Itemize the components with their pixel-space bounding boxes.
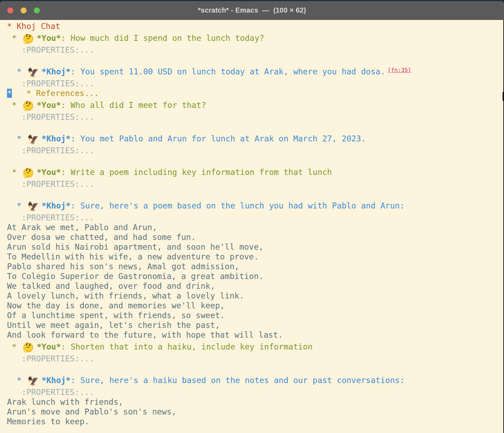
body-text-line: To Colegio Superior de Gastronomia, a gr… bbox=[7, 271, 503, 281]
indent bbox=[7, 146, 22, 155]
speaker-label-you: *You* bbox=[37, 34, 61, 43]
indent bbox=[7, 112, 22, 122]
properties-drawer[interactable]: :PROPERTIES:... bbox=[22, 213, 94, 222]
khoj-message-line: * 🦅*Khoj*: You met Pablo and Arun for lu… bbox=[7, 132, 503, 146]
you-message-line: * 🤔*You*: Who all did I meet for that? bbox=[7, 98, 503, 112]
body-text-line: Arak lunch with friends, bbox=[7, 397, 503, 407]
properties-drawer[interactable]: :PROPERTIES:... bbox=[22, 79, 94, 88]
org-star[interactable]: * bbox=[7, 342, 22, 351]
body-text-line: At Arak we met, Pablo and Arun, bbox=[7, 222, 503, 232]
cursor-star[interactable]: * bbox=[7, 89, 12, 98]
body-text-line: Until we meet again, let's cherish the p… bbox=[7, 320, 503, 330]
properties-drawer-line: :PROPERTIES:... bbox=[7, 45, 503, 55]
body-text-line: A lovely lunch, with friends, what a lov… bbox=[7, 291, 503, 301]
body-text: Now the day is done, and memories we'll … bbox=[7, 301, 225, 310]
speaker-label-khoj: *Khoj* bbox=[42, 201, 71, 210]
eagle-emoji: 🦅 bbox=[27, 67, 38, 78]
khoj-message-line: * 🦅*Khoj*: You spent 11.00 USD on lunch … bbox=[7, 65, 503, 79]
scrollbar-thumb[interactable] bbox=[503, 92, 504, 101]
chat-title: Khoj Chat bbox=[17, 22, 60, 31]
thinking-face-emoji: 🤔 bbox=[23, 34, 34, 44]
message-text: : Sure, here's a haiku based on the note… bbox=[71, 376, 404, 385]
buffer[interactable]: * Khoj Chat * 🤔*You*: How much did I spe… bbox=[0, 20, 504, 433]
window-titlebar[interactable]: *scratch* - Emacs — (100 × 62) bbox=[0, 1, 504, 20]
blank bbox=[7, 189, 12, 198]
indent bbox=[7, 45, 22, 54]
blank bbox=[7, 122, 12, 131]
close-button[interactable] bbox=[7, 7, 13, 13]
blank-line bbox=[7, 364, 503, 373]
thinking-face-emoji: 🤔 bbox=[23, 342, 34, 353]
indent bbox=[7, 354, 22, 363]
org-star[interactable]: * bbox=[7, 168, 22, 177]
body-text-line: Over dosa we chatted, and had some fun. bbox=[7, 232, 503, 242]
blank bbox=[7, 156, 12, 165]
org-star[interactable]: * bbox=[7, 376, 26, 385]
minimize-button[interactable] bbox=[21, 7, 27, 13]
emacs-window: *scratch* - Emacs — (100 × 62) * Khoj Ch… bbox=[0, 1, 504, 433]
properties-drawer[interactable]: :PROPERTIES:... bbox=[22, 112, 94, 122]
indent bbox=[7, 213, 22, 222]
body-text-line: Now the day is done, and memories we'll … bbox=[7, 301, 503, 310]
eagle-emoji: 🦅 bbox=[27, 134, 38, 145]
message-text: : Who all did I meet for that? bbox=[61, 101, 206, 110]
properties-drawer[interactable]: :PROPERTIES:... bbox=[22, 45, 94, 54]
body-text: Memories to keep. bbox=[7, 417, 89, 426]
body-text: At Arak we met, Pablo and Arun, bbox=[7, 223, 157, 232]
message-text: : You met Pablo and Arun for lunch at Ar… bbox=[71, 134, 366, 143]
org-star[interactable]: * bbox=[7, 134, 26, 143]
body-text: Of a lunchtime spent, with friends, so s… bbox=[7, 311, 225, 320]
org-star[interactable]: * bbox=[7, 201, 26, 210]
speaker-label-you: *You* bbox=[37, 101, 61, 110]
body-text: Until we meet again, let's cherish the p… bbox=[7, 321, 220, 330]
blank-line bbox=[7, 155, 503, 165]
thinking-face-emoji: 🤔 bbox=[23, 168, 34, 178]
properties-drawer-line: :PROPERTIES:... bbox=[7, 213, 503, 222]
zoom-button[interactable] bbox=[34, 7, 40, 13]
body-text: To Colegio Superior de Gastronomia, a gr… bbox=[7, 272, 264, 281]
chat-title-line: * Khoj Chat bbox=[7, 21, 503, 31]
org-star[interactable]: * bbox=[7, 67, 26, 76]
eagle-emoji: 🦅 bbox=[27, 376, 38, 386]
blank-line bbox=[7, 122, 503, 132]
properties-drawer[interactable]: :PROPERTIES:... bbox=[22, 146, 94, 155]
org-star[interactable]: * bbox=[7, 34, 22, 43]
properties-drawer[interactable]: :PROPERTIES:... bbox=[22, 354, 94, 363]
speaker-label-you: *You* bbox=[37, 168, 61, 177]
properties-drawer[interactable]: :PROPERTIES:... bbox=[22, 388, 94, 397]
you-message-line: * 🤔*You*: How much did I spend on the lu… bbox=[7, 31, 503, 45]
speaker-label-khoj: *Khoj* bbox=[42, 376, 71, 385]
properties-drawer-line: :PROPERTIES:... bbox=[7, 387, 503, 397]
body-text: Arak lunch with friends, bbox=[7, 397, 123, 406]
window-title: *scratch* - Emacs — (100 × 62) bbox=[198, 6, 306, 14]
indent bbox=[12, 89, 27, 98]
speaker-label-you: *You* bbox=[37, 342, 61, 351]
properties-drawer-line: :PROPERTIES:... bbox=[7, 112, 503, 122]
properties-drawer-line: :PROPERTIES:... bbox=[7, 354, 503, 364]
speaker-label-khoj: *Khoj* bbox=[42, 134, 71, 143]
speaker-label-khoj: *Khoj* bbox=[42, 67, 71, 76]
properties-drawer-line: :PROPERTIES:... bbox=[7, 146, 503, 155]
org-star[interactable]: * bbox=[7, 101, 22, 110]
body-text: We talked and laughed, over food and dri… bbox=[7, 281, 215, 291]
body-text-line: Arun's move and Pablo's son's news, bbox=[7, 407, 503, 417]
you-message-line: * 🤔*You*: Write a poem including key inf… bbox=[7, 165, 503, 179]
body-text: Over dosa we chatted, and had some fun. bbox=[7, 233, 196, 242]
org-star[interactable]: * bbox=[7, 22, 17, 31]
message-text: : How much did I spend on the lunch toda… bbox=[61, 34, 264, 43]
body-text-line: We talked and laughed, over food and dri… bbox=[7, 281, 503, 291]
eagle-emoji: 🦅 bbox=[27, 201, 38, 212]
indent bbox=[7, 79, 22, 88]
message-text: : Shorten that into a haiku, include key… bbox=[61, 342, 312, 351]
message-text: : You spent 11.00 USD on lunch today at … bbox=[71, 67, 385, 76]
footnote-link[interactable]: [fn:35] bbox=[388, 67, 411, 73]
body-text-line: To Medellin with his wife, a new adventu… bbox=[7, 252, 503, 262]
properties-drawer-line: :PROPERTIES:... bbox=[7, 79, 503, 88]
you-message-line: * 🤔*You*: Shorten that into a haiku, inc… bbox=[7, 340, 503, 354]
blank bbox=[7, 364, 12, 373]
thinking-face-emoji: 🤔 bbox=[23, 101, 34, 111]
references-heading[interactable]: * References... bbox=[26, 89, 99, 98]
message-text: : Sure, here's a poem based on the lunch… bbox=[71, 201, 404, 210]
body-text: Arun's move and Pablo's son's news, bbox=[7, 407, 177, 416]
properties-drawer[interactable]: :PROPERTIES:... bbox=[22, 179, 94, 189]
